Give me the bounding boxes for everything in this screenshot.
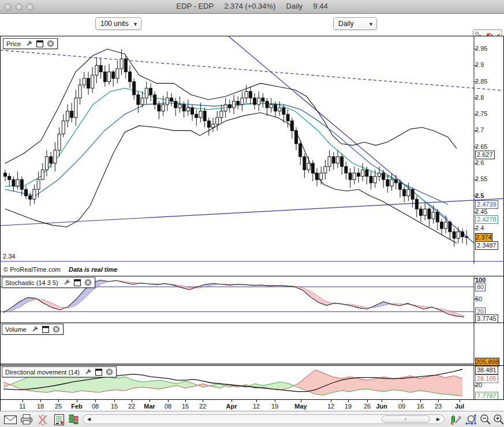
scroll-right-arrow[interactable]: ▶ — [434, 415, 443, 423]
wrench-icon[interactable] — [25, 40, 33, 47]
axis-label: 2.55 — [475, 175, 487, 183]
stochastic-axis: 1008050203.7745 — [475, 276, 504, 322]
units-select-value: 100 units — [100, 20, 129, 28]
price-level-label: 2.34 — [3, 253, 15, 260]
title-period: Daily — [286, 2, 303, 10]
wrench-icon[interactable] — [84, 368, 92, 376]
window-icon[interactable] — [95, 369, 102, 376]
time-tick — [420, 400, 421, 402]
zoom-in-icon[interactable] — [492, 413, 504, 426]
time-scrollbar[interactable]: ◀ ≡ ▶ — [83, 414, 445, 424]
time-label: 22 — [199, 403, 206, 410]
axis-label: 2.374 — [475, 233, 492, 242]
chevron-down-icon: ▼ — [133, 21, 138, 27]
time-tick — [382, 400, 382, 402]
axis-label: 2.95 — [475, 45, 487, 53]
time-label: 23 — [435, 403, 442, 410]
time-label: 26 — [364, 403, 371, 410]
wrench-icon[interactable] — [31, 325, 39, 333]
stochastic-panel-header-icons — [63, 279, 92, 286]
time-tick — [95, 400, 96, 402]
axis-label: 50 — [475, 295, 482, 303]
orders-icon[interactable] — [67, 413, 81, 426]
time-axis: 111825Feb081522Mar081522Apr1219May121926… — [1, 399, 504, 411]
time-label: 12 — [327, 403, 334, 410]
time-label: Mar — [144, 403, 155, 410]
axis-label: 2.4278 — [475, 215, 498, 224]
time-tick — [150, 400, 150, 402]
print-icon[interactable] — [20, 413, 33, 426]
window-title: EDP - EDP2.374 (+0.34%)Daily9:44 — [0, 2, 504, 10]
time-label: May — [294, 403, 307, 410]
time-tick — [460, 400, 460, 402]
time-label: 08 — [165, 403, 171, 410]
close-icon[interactable] — [53, 325, 60, 333]
axis-label: 2.85 — [475, 78, 487, 85]
email-icon[interactable] — [3, 413, 17, 426]
scroll-left-arrow[interactable]: ◀ — [84, 415, 94, 423]
stochastic-panel-header: Stochastic (14 3 5) — [2, 277, 95, 288]
time-label: 25 — [55, 403, 62, 410]
time-tick — [275, 400, 275, 402]
dm-panel[interactable]: Directional movement (14) 38.48128.10520… — [1, 365, 504, 399]
dm-panel-title: Directional movement (14) — [5, 369, 80, 376]
time-tick — [331, 400, 331, 402]
units-select[interactable]: 100 units▼ — [95, 17, 141, 30]
price-panel-header-icons — [25, 40, 54, 47]
volume-panel-header-icons — [31, 325, 60, 333]
zoom-fit-icon[interactable] — [464, 413, 478, 426]
price-chart[interactable] — [1, 36, 504, 264]
bottom-toolbar: ◀ ≡ ▶ — [0, 411, 504, 427]
dm-panel-header-icons — [84, 368, 113, 376]
axis-label: 2.5 — [475, 192, 484, 200]
time-tick — [256, 400, 257, 402]
time-tick — [40, 400, 41, 402]
close-icon[interactable] — [47, 40, 54, 47]
axis-label: 2.7 — [475, 126, 484, 134]
axis-label: 20 — [475, 381, 482, 389]
no-cut-icon[interactable] — [36, 413, 50, 426]
time-tick — [348, 400, 349, 402]
axis-label: 3.7745 — [475, 314, 498, 323]
volume-chart[interactable] — [1, 323, 504, 366]
attribution-row: © ProRealTime.com Data is real time — [1, 264, 504, 276]
toolbar: 100 units▼ Daily▼ — [0, 14, 504, 36]
wrench-icon[interactable] — [63, 279, 70, 286]
window-icon[interactable] — [42, 326, 49, 333]
price-panel-header: Price — [3, 38, 58, 49]
close-icon[interactable] — [84, 279, 92, 286]
window-icon[interactable] — [36, 40, 43, 47]
candle-settings-icon[interactable] — [449, 413, 462, 426]
time-label: Jul — [455, 403, 464, 410]
zoom-out-icon[interactable] — [479, 413, 492, 426]
time-label: 18 — [37, 403, 44, 410]
time-label: 19 — [271, 403, 278, 410]
time-tick — [438, 400, 439, 402]
time-tick — [132, 400, 132, 402]
axis-label: 2.9 — [475, 61, 484, 69]
time-label: 11 — [19, 403, 25, 410]
notes-icon[interactable] — [52, 413, 66, 426]
window-icon[interactable] — [74, 279, 81, 286]
time-label: 12 — [253, 403, 260, 410]
time-label: Feb — [71, 403, 83, 410]
scrollbar-thumb[interactable]: ≡ — [382, 415, 430, 423]
period-select-value: Daily — [338, 20, 354, 28]
stochastic-panel[interactable]: Stochastic (14 3 5) 1008050203.7745 — [1, 276, 504, 322]
time-tick — [367, 400, 368, 402]
prorealtime-window: EDP - EDP2.374 (+0.34%)Daily9:44 100 uni… — [0, 0, 504, 427]
time-label: Apr — [226, 403, 237, 410]
time-tick — [232, 400, 232, 402]
price-panel[interactable]: Price 2.34 2.952.92.852.82.752.72.652.62… — [1, 36, 504, 264]
axis-label: 2.4739 — [475, 200, 498, 209]
time-label: 16 — [417, 403, 424, 410]
volume-panel[interactable]: Volume 30M20M10M205,898 — [1, 323, 504, 365]
period-select[interactable]: Daily▼ — [333, 17, 377, 30]
title-quote: 2.374 (+0.34%) — [224, 2, 275, 10]
volume-axis: 30M20M10M205,898 — [475, 323, 504, 365]
chevron-down-icon: ▼ — [368, 21, 374, 27]
time-label: 15 — [182, 403, 189, 410]
axis-label: 2.75 — [475, 110, 487, 118]
close-icon[interactable] — [106, 368, 113, 376]
time-tick — [185, 400, 186, 402]
